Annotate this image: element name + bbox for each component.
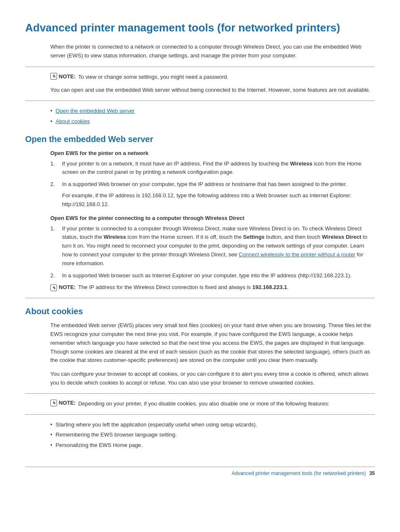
footer-page-number: 35: [369, 470, 375, 476]
list-content-2: In a supported Web browser on your compu…: [62, 180, 375, 209]
cookies-feature-3: Personalizing the EWS Home page.: [50, 441, 375, 450]
divider-3: [25, 298, 375, 298]
ews-network-item-2: 2. In a supported Web browser on your co…: [50, 180, 375, 209]
bold-ip: 192.168.223.1: [252, 284, 287, 290]
toc-item-2: About cookies: [50, 117, 375, 126]
toc-link-2[interactable]: About cookies: [56, 117, 90, 126]
page-footer: Advanced printer management tools (for n…: [25, 467, 375, 476]
bold-wireless-1: Wireless: [290, 160, 312, 167]
page-title: Advanced printer management tools (for n…: [25, 21, 375, 35]
note-box-1: ✎ NOTE: To view or change some settings,…: [50, 73, 375, 82]
cookies-feature-2: Remembering the EWS browser language set…: [50, 431, 375, 439]
footer-text: Advanced printer management tools (for n…: [231, 470, 366, 476]
bold-settings: Settings: [243, 234, 265, 240]
divider-2: [25, 101, 375, 101]
note-icon-1: ✎: [50, 73, 57, 80]
note-box-3: ✎ NOTE: Depending on your printer, if yo…: [50, 400, 375, 408]
note-text-3: Depending on your printer, if you disabl…: [78, 400, 329, 408]
note-text-1: To view or change some settings, you mig…: [78, 73, 228, 82]
list-num-2: 2.: [50, 180, 62, 189]
example-text-1: For example, if the IP address is 192.16…: [62, 191, 375, 209]
note-icon-3: ✎: [50, 400, 57, 406]
note-label-1: ✎ NOTE:: [50, 73, 75, 80]
list-num-4: 2.: [50, 271, 62, 280]
bold-wireless-direct: Wireless Direct: [322, 234, 361, 240]
subsection-heading-2: Open EWS for the pinter connecting to a …: [50, 215, 375, 221]
list-num-3: 1.: [50, 225, 62, 233]
note-continuation-1: You can open and use the embedded Web se…: [50, 86, 375, 95]
divider-5: [25, 414, 375, 415]
list-content-3: If your printer is connected to a comput…: [62, 225, 375, 268]
list-content-4: In a supported Web browser such as Inter…: [62, 271, 375, 280]
note-text-2: The IP address for the Wireless Direct c…: [78, 283, 288, 292]
divider-4: [25, 393, 375, 394]
ews-wireless-item-1: 1. If your printer is connected to a com…: [50, 225, 375, 268]
note-label-3: ✎ NOTE:: [50, 400, 75, 406]
cookies-feature-list: Starting where you left the application …: [50, 421, 375, 450]
subsection-heading-1: Open EWS for the pinter on a network: [50, 150, 375, 156]
intro-paragraph: When the printer is connected to a netwo…: [50, 43, 375, 60]
divider-1: [25, 67, 375, 67]
ews-wireless-item-2: 2. In a supported Web browser such as In…: [50, 271, 375, 280]
section-heading-cookies: About cookies: [25, 307, 375, 316]
list-content-1: If your printer is on a network, it must…: [62, 160, 375, 177]
bold-wireless-2: Wireless: [104, 234, 126, 240]
list-num-1: 1.: [50, 160, 62, 168]
ews-wireless-list: 1. If your printer is connected to a com…: [50, 225, 375, 280]
section-heading-ews: Open the embedded Web server: [25, 134, 375, 144]
ews-network-item-1: 1. If your printer is on a network, it m…: [50, 160, 375, 177]
toc-list: Open the embedded Web server About cooki…: [50, 107, 375, 126]
ews-network-list: 1. If your printer is on a network, it m…: [50, 160, 375, 209]
note-icon-2: ✎: [50, 284, 57, 291]
wireless-link[interactable]: Connect wirelessly to the printer withou…: [239, 251, 355, 258]
note-box-2: ✎ NOTE: The IP address for the Wireless …: [50, 283, 375, 292]
cookies-para-1: The embedded Web server (EWS) places ver…: [50, 321, 375, 365]
cookies-feature-1: Starting where you left the application …: [50, 421, 375, 429]
toc-item-1: Open the embedded Web server: [50, 107, 375, 116]
toc-link-1[interactable]: Open the embedded Web server: [56, 107, 135, 116]
note-label-2: ✎ NOTE:: [50, 283, 75, 292]
cookies-para-2: You can configure your browser to accept…: [50, 370, 375, 387]
